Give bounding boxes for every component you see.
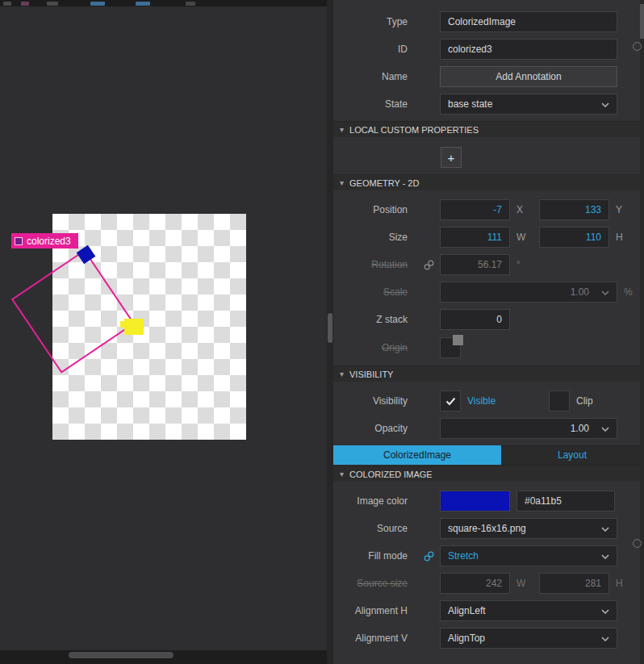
unit-w-label: W xyxy=(516,232,526,243)
visible-label: Visible xyxy=(467,395,549,407)
scale-row: Scale 1.00 % xyxy=(333,282,644,303)
position-y-input[interactable]: 133 xyxy=(539,199,609,220)
cropped-toolbar-icon xyxy=(21,2,29,6)
name-label: Name xyxy=(333,71,408,82)
tab-colorizedimage[interactable]: ColorizedImage xyxy=(333,445,501,465)
caret-down-icon: ▾ xyxy=(340,370,344,378)
rotation-value: 56.17 xyxy=(470,259,509,270)
source-value: square-16x16.png xyxy=(441,523,549,534)
image-color-label: Image color xyxy=(333,495,408,507)
origin-label: Origin xyxy=(333,342,408,353)
image-color-row: Image color #0a11b5 xyxy=(333,491,644,512)
unit-h-label: H xyxy=(616,232,625,243)
section-geometry-2d[interactable]: ▾ GEOMETRY - 2D xyxy=(333,174,644,190)
selection-label-tag[interactable]: colorized3 xyxy=(11,233,78,248)
section-title: LOCAL CUSTOM PROPERTIES xyxy=(349,125,479,135)
image-color-swatch[interactable] xyxy=(440,491,510,512)
origin-handle[interactable] xyxy=(453,335,463,345)
source-row: Source square-16x16.png xyxy=(333,518,644,539)
id-label: ID xyxy=(333,44,408,55)
source-size-w-input[interactable]: 242 xyxy=(440,573,510,594)
source-size-h-input[interactable]: 281 xyxy=(539,573,609,594)
chevron-down-icon xyxy=(601,290,609,295)
chevron-down-icon xyxy=(601,609,609,614)
section-colorized-image[interactable]: ▾ COLORIZED IMAGE xyxy=(333,466,644,482)
unit-x-label: X xyxy=(516,204,526,215)
fill-mode-link-icon[interactable] xyxy=(424,551,434,562)
scale-label: Scale xyxy=(333,286,408,298)
alignment-v-dropdown[interactable]: AlignTop xyxy=(440,628,617,649)
cropped-toolbar-icon xyxy=(90,2,105,6)
cropped-toolbar-icon xyxy=(186,2,195,6)
vertical-scrollbar-thumb[interactable] xyxy=(328,313,332,343)
alignment-v-row: Alignment V AlignTop xyxy=(333,628,644,649)
state-dropdown[interactable]: base state xyxy=(440,94,617,115)
unit-h-label: H xyxy=(616,578,625,589)
fill-mode-row: Fill mode Stretch xyxy=(333,545,644,566)
yellow-item[interactable] xyxy=(124,319,144,335)
id-export-icon[interactable] xyxy=(633,42,642,51)
size-w-input[interactable]: 111 xyxy=(440,227,510,248)
unit-y-label: Y xyxy=(616,204,625,215)
rotation-row: Rotation 56.17 ° xyxy=(333,254,644,275)
source-dropdown[interactable]: square-16x16.png xyxy=(440,518,617,539)
origin-widget[interactable] xyxy=(440,337,461,358)
horizontal-scrollbar-thumb[interactable] xyxy=(69,652,174,658)
properties-panel: Type ColorizedImage ID colorized3 Name A… xyxy=(333,0,644,664)
name-row: Name Add Annotation xyxy=(333,66,644,87)
panel-splitter[interactable] xyxy=(327,0,333,664)
image-color-hex-field[interactable]: #0a11b5 xyxy=(516,491,615,512)
position-label: Position xyxy=(333,204,408,215)
component-tabs: ColorizedImage Layout xyxy=(333,445,644,465)
panel-scrollbar[interactable] xyxy=(640,0,644,664)
alignment-h-dropdown[interactable]: AlignLeft xyxy=(440,600,617,621)
add-annotation-button[interactable]: Add Annotation xyxy=(440,66,617,87)
horizontal-scrollbar[interactable] xyxy=(0,650,327,664)
zstack-input[interactable]: 0 xyxy=(440,309,510,330)
fill-mode-dropdown[interactable]: Stretch xyxy=(440,545,617,566)
position-row: Position -7 X 133 Y xyxy=(333,199,644,220)
item-type-icon xyxy=(15,237,23,245)
state-value: base state xyxy=(441,98,515,110)
size-h-input[interactable]: 110 xyxy=(539,227,609,248)
opacity-label: Opacity xyxy=(333,423,408,434)
source-size-row: Source size 242 W 281 H xyxy=(333,573,644,594)
tab-layout[interactable]: Layout xyxy=(501,445,644,465)
type-field[interactable]: ColorizedImage xyxy=(440,11,617,32)
id-field[interactable]: colorized3 xyxy=(440,39,617,60)
visible-checkbox[interactable] xyxy=(440,390,461,411)
id-row: ID colorized3 xyxy=(333,39,644,60)
rotation-link-icon[interactable] xyxy=(424,260,434,270)
panel-scrollbar-thumb[interactable] xyxy=(640,4,644,39)
rotation-input[interactable]: 56.17 xyxy=(440,254,510,275)
section-local-custom-properties[interactable]: ▾ LOCAL CUSTOM PROPERTIES xyxy=(333,121,644,137)
scale-dropdown[interactable]: 1.00 xyxy=(440,282,617,303)
alignment-h-label: Alignment H xyxy=(333,605,408,616)
design-canvas[interactable]: colorized3 xyxy=(0,0,327,664)
rotation-label: Rotation xyxy=(333,259,408,270)
chevron-down-icon xyxy=(601,637,609,641)
position-x-input[interactable]: -7 xyxy=(440,199,510,220)
source-size-w-value: 242 xyxy=(479,578,509,589)
opacity-dropdown[interactable]: 1.00 xyxy=(440,418,617,439)
chevron-down-icon xyxy=(601,102,609,107)
type-row: Type ColorizedImage xyxy=(333,11,644,32)
source-options-icon[interactable] xyxy=(633,539,642,548)
origin-row: Origin xyxy=(333,336,644,359)
add-property-button[interactable]: + xyxy=(441,147,462,168)
size-row: Size 111 W 110 H xyxy=(333,227,644,248)
caret-down-icon: ▾ xyxy=(340,178,344,187)
visibility-row: Visibility Visible Clip xyxy=(333,390,644,411)
section-title: GEOMETRY - 2D xyxy=(349,178,419,188)
source-size-label: Source size xyxy=(333,578,408,589)
clip-checkbox[interactable] xyxy=(549,390,570,411)
visibility-label: Visibility xyxy=(333,395,408,407)
alignment-h-value: AlignLeft xyxy=(441,605,508,616)
section-visibility[interactable]: ▾ VISIBILITY xyxy=(333,365,644,382)
caret-down-icon: ▾ xyxy=(340,470,344,478)
alignment-h-row: Alignment H AlignLeft xyxy=(333,600,644,621)
alignment-v-value: AlignTop xyxy=(441,633,508,644)
cropped-toolbar-icon xyxy=(3,2,11,6)
fill-mode-label: Fill mode xyxy=(333,550,408,562)
unit-degree-label: ° xyxy=(516,259,526,270)
